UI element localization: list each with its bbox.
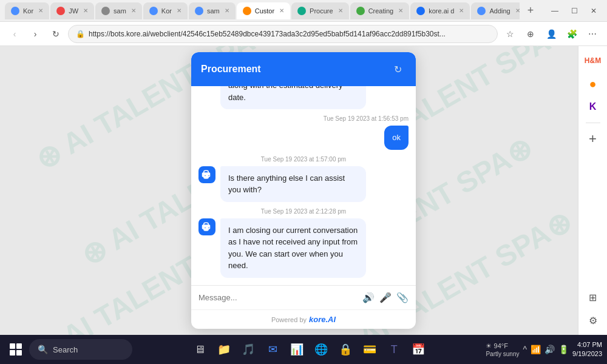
taskbar-app-edge[interactable]: 🌐 (310, 339, 332, 360)
tab-close-t5[interactable]: ✕ (225, 7, 229, 14)
title-bar: Kor ✕ JW ✕ sam ✕ Kor ✕ sam ✕ Custor ✕ Pr… (0, 0, 607, 22)
tab-close-t4[interactable]: ✕ (177, 7, 181, 14)
chat-timestamp: Tue Sep 19 2023 at 1:56:53 pm (198, 115, 409, 122)
taskbar: 🔍 Search 🖥📁🎵✉📊🌐🔒💳T📅 ☀ 94°F Partly sunny … (0, 335, 607, 364)
star-button[interactable]: ☆ (501, 25, 518, 42)
more-button[interactable]: ⋯ (584, 25, 601, 42)
kore-sidebar-icon[interactable]: K (583, 97, 603, 116)
grid-sidebar-icon[interactable]: ⊞ (583, 288, 603, 307)
add-sidebar-icon[interactable]: + (583, 129, 603, 149)
chat-refresh-button[interactable]: ↻ (389, 61, 406, 78)
tab-close-t9[interactable]: ✕ (459, 7, 464, 14)
tab-group: Kor ✕ JW ✕ sam ✕ Kor ✕ sam ✕ Custor ✕ Pr… (5, 2, 520, 19)
chat-messages: Tue Sep 19 2023 at 1:56:54 pm Additional… (191, 86, 416, 285)
taskbar-app-pay[interactable]: 💳 (359, 339, 381, 360)
taskbar-clock[interactable]: 4:07 PM 9/19/2023 (572, 340, 602, 359)
tab-t10[interactable]: Adding ✕ (471, 2, 520, 19)
tab-t9[interactable]: kore.ai d ✕ (410, 2, 470, 19)
tab-t4[interactable]: Kor ✕ (143, 2, 188, 19)
tab-close-t7[interactable]: ✕ (338, 7, 343, 14)
lock-icon: 🔒 (76, 30, 85, 38)
taskbar-apps: 🖥📁🎵✉📊🌐🔒💳T📅 (135, 339, 483, 360)
audio-icon[interactable]: 🔊 (362, 292, 375, 303)
bot-avatar (198, 166, 215, 183)
hidden-icons-button[interactable]: ^ (523, 345, 527, 354)
close-button[interactable]: ✕ (585, 2, 602, 19)
system-tray: ☀ 94°F Partly sunny ^ 📶 🔊 🔋 4:07 PM 9/19… (486, 340, 602, 359)
sidebar-divider (586, 123, 600, 123)
page-content: ⊛ AI TALENT SPA⊛ ⊛ AI TALENT SPA⊛ ⊛ AI T… (0, 46, 607, 335)
bot-message-row: Is there anything else I can assist you … (198, 166, 409, 202)
bot-message-row: Additionally, you will receive a PO Ackn… (198, 86, 409, 109)
tab-t3[interactable]: sam ✕ (95, 2, 142, 19)
tab-t1[interactable]: Kor ✕ (5, 2, 49, 19)
message-input[interactable] (198, 293, 358, 302)
tab-close-t1[interactable]: ✕ (38, 7, 43, 14)
browser-frame: Kor ✕ JW ✕ sam ✕ Kor ✕ sam ✕ Custor ✕ Pr… (0, 0, 607, 364)
taskbar-search-icon: 🔍 (38, 345, 48, 354)
battery-icon[interactable]: 🔋 (558, 345, 569, 354)
tab-close-t10[interactable]: ✕ (515, 7, 520, 14)
tab-t8[interactable]: Creating ✕ (350, 2, 410, 19)
settings-sidebar-icon[interactable]: ⚙ (583, 311, 603, 330)
new-tab-button[interactable]: + (522, 2, 539, 19)
hm-sidebar-icon[interactable]: H&M (583, 51, 603, 70)
profile-button[interactable]: 👤 (543, 25, 560, 42)
back-button[interactable]: ‹ (6, 25, 23, 42)
chat-header: Procurement ↻ (191, 52, 416, 86)
taskbar-app-rsa[interactable]: 🔒 (334, 339, 356, 360)
volume-icon[interactable]: 🔊 (544, 345, 555, 354)
chat-timestamp: Tue Sep 19 2023 at 1:57:00 pm (198, 156, 409, 163)
powered-by-text: Powered by (271, 316, 307, 323)
taskbar-search-text: Search (53, 345, 78, 354)
address-bar[interactable]: 🔒 https://bots.kore.ai/webclient/42546c1… (68, 25, 498, 43)
url-text: https://bots.kore.ai/webclient/42546c15e… (89, 30, 490, 38)
user-message-row: ok (198, 126, 409, 150)
weather-info[interactable]: ☀ 94°F Partly sunny (486, 342, 519, 357)
attachment-icon[interactable]: 📎 (396, 292, 409, 303)
bot-bubble: Additionally, you will receive a PO Ackn… (220, 86, 366, 109)
extensions-button[interactable]: 🧩 (563, 25, 580, 42)
minimize-button[interactable]: — (546, 2, 563, 19)
bot-bubble: Is there anything else I can assist you … (220, 166, 366, 202)
chat-input-icons: 🔊 🎤 📎 (362, 292, 409, 303)
taskbar-app-outlook[interactable]: 📊 (286, 339, 308, 360)
tab-t6[interactable]: Custor ✕ (237, 2, 290, 19)
powered-by: Powered by kore.AI (191, 309, 416, 329)
collections-button[interactable]: ⊕ (522, 25, 539, 42)
tab-t2[interactable]: JW ✕ (50, 2, 94, 19)
bot-bubble: I am closing our current conversation as… (220, 218, 366, 278)
taskbar-search[interactable]: 🔍 Search (29, 339, 132, 360)
chat-timestamp: Tue Sep 19 2023 at 2:12:28 pm (198, 208, 409, 215)
taskbar-app-mail[interactable]: ✉ (262, 339, 283, 360)
tab-t5[interactable]: sam ✕ (189, 2, 236, 19)
nav-bar: ‹ › ↻ 🔒 https://bots.kore.ai/webclient/4… (0, 22, 607, 46)
mic-icon[interactable]: 🎤 (379, 292, 392, 303)
right-sidebar: H&M ● K + ⊞ ⚙ (578, 46, 607, 335)
taskbar-app-explorer[interactable]: 📁 (213, 339, 235, 360)
tab-close-t2[interactable]: ✕ (83, 7, 88, 14)
user-bubble: ok (384, 126, 409, 150)
refresh-button[interactable]: ↻ (47, 25, 64, 42)
tab-close-t8[interactable]: ✕ (398, 7, 403, 14)
taskbar-app-calendar[interactable]: 📅 (407, 339, 429, 360)
chat-title: Procurement (201, 64, 261, 75)
taskbar-app-teams[interactable]: T (383, 339, 405, 360)
tab-t7[interactable]: Procure ✕ (291, 2, 349, 19)
window-controls: — ☐ ✕ (546, 2, 602, 19)
taskbar-app-media[interactable]: 🎵 (237, 339, 259, 360)
start-button[interactable] (5, 339, 27, 360)
chat-input-area: 🔊 🎤 📎 (191, 285, 416, 309)
chat-widget: Procurement ↻ Tue Sep 19 2023 at 1:56:54… (191, 52, 416, 329)
maximize-button[interactable]: ☐ (566, 2, 583, 19)
forward-button[interactable]: › (27, 25, 44, 42)
taskbar-app-desktop[interactable]: 🖥 (189, 339, 211, 360)
tab-close-t6[interactable]: ✕ (279, 7, 284, 14)
wifi-icon[interactable]: 📶 (531, 345, 541, 354)
tab-close-t3[interactable]: ✕ (131, 7, 136, 14)
circle-sidebar-icon[interactable]: ● (583, 74, 603, 93)
bot-avatar (198, 218, 215, 235)
kore-logo: kore.AI (309, 315, 336, 324)
bot-message-row: I am closing our current conversation as… (198, 218, 409, 278)
